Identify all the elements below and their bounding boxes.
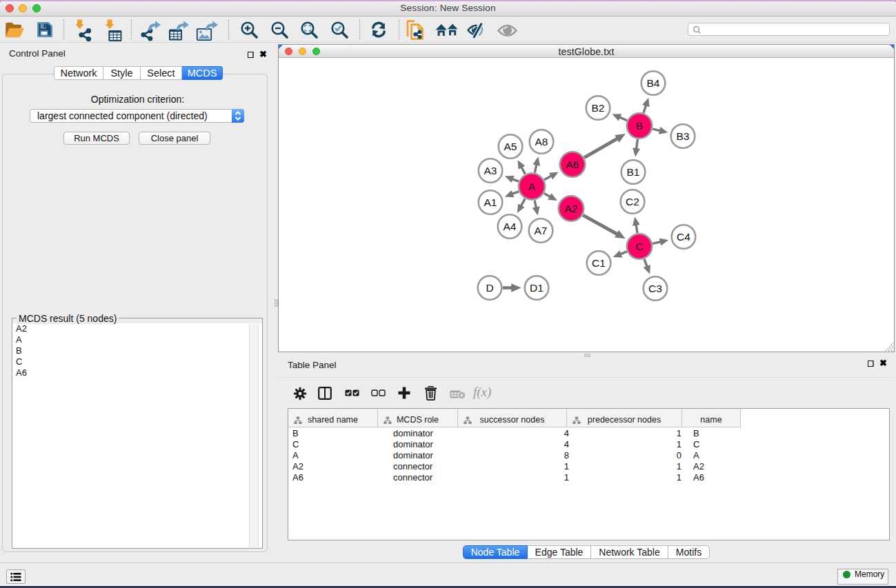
svg-text:A3: A3 bbox=[484, 165, 497, 176]
svg-text:B: B bbox=[636, 120, 643, 132]
svg-text:C1: C1 bbox=[592, 257, 606, 269]
svg-text:B1: B1 bbox=[627, 166, 640, 178]
svg-text:A5: A5 bbox=[504, 141, 517, 152]
svg-text:B3: B3 bbox=[677, 130, 690, 142]
svg-text:C: C bbox=[635, 241, 643, 252]
svg-text:A2: A2 bbox=[565, 203, 578, 214]
svg-text:A4: A4 bbox=[504, 221, 517, 232]
svg-text:A7: A7 bbox=[535, 225, 548, 236]
svg-text:A: A bbox=[528, 181, 536, 192]
svg-text:B4: B4 bbox=[647, 77, 660, 89]
svg-text:A1: A1 bbox=[484, 196, 497, 208]
svg-text:D: D bbox=[486, 282, 493, 294]
svg-text:B2: B2 bbox=[592, 102, 605, 114]
svg-text:A6: A6 bbox=[566, 159, 579, 170]
svg-text:C3: C3 bbox=[648, 283, 662, 294]
svg-text:C2: C2 bbox=[626, 196, 639, 207]
svg-text:D1: D1 bbox=[530, 282, 544, 294]
svg-text:A8: A8 bbox=[535, 136, 548, 148]
svg-text:C4: C4 bbox=[677, 231, 690, 243]
